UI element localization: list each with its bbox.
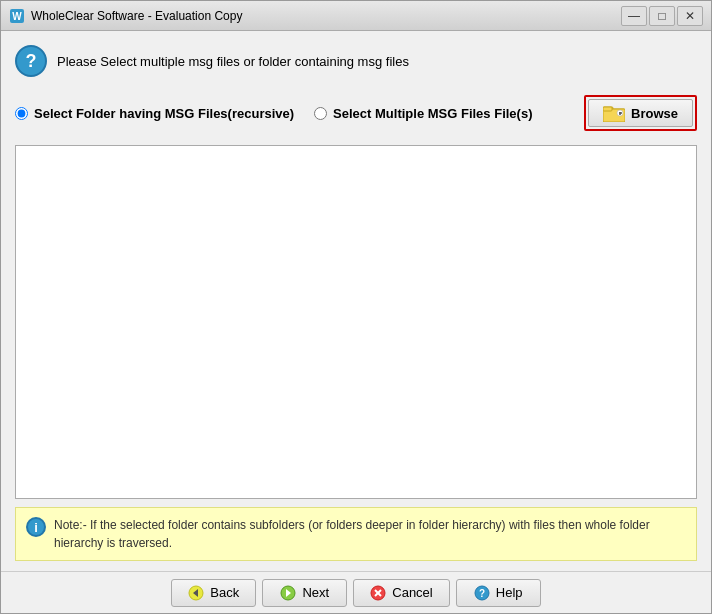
close-button[interactable]: ✕ [677,6,703,26]
help-button[interactable]: ? Help [456,579,541,607]
radio-option-files[interactable]: Select Multiple MSG Files File(s) [314,106,532,121]
browse-button[interactable]: Browse [588,99,693,127]
file-list-area[interactable] [15,145,697,499]
back-button[interactable]: Back [171,579,256,607]
svg-text:W: W [12,11,22,22]
radio-files-label: Select Multiple MSG Files File(s) [333,106,532,121]
cancel-label: Cancel [392,585,432,600]
content-area: ? Please Select multiple msg files or fo… [1,31,711,571]
cancel-button[interactable]: Cancel [353,579,449,607]
footer: Back Next Cancel ? Help [1,571,711,613]
header-info-icon: ? [15,45,47,77]
cancel-icon [370,585,386,601]
header-instruction: Please Select multiple msg files or fold… [57,54,409,69]
browse-button-wrapper: Browse [584,95,697,131]
next-label: Next [302,585,329,600]
radio-folder-input[interactable] [15,107,28,120]
note-info-icon: i [26,517,46,537]
app-icon: W [9,8,25,24]
back-icon [188,585,204,601]
note-text: Note:- If the selected folder contains s… [54,516,686,552]
next-button[interactable]: Next [262,579,347,607]
header-row: ? Please Select multiple msg files or fo… [15,41,697,81]
main-window: W WholeClear Software - Evaluation Copy … [0,0,712,614]
radio-options-row: Select Folder having MSG Files(recursive… [15,89,697,137]
radio-option-folder[interactable]: Select Folder having MSG Files(recursive… [15,106,294,121]
title-bar: W WholeClear Software - Evaluation Copy … [1,1,711,31]
help-label: Help [496,585,523,600]
help-icon: ? [474,585,490,601]
browse-label: Browse [631,106,678,121]
svg-rect-5 [603,107,612,111]
radio-files-input[interactable] [314,107,327,120]
minimize-button[interactable]: — [621,6,647,26]
window-title: WholeClear Software - Evaluation Copy [31,9,621,23]
back-label: Back [210,585,239,600]
next-icon [280,585,296,601]
maximize-button[interactable]: □ [649,6,675,26]
note-area: i Note:- If the selected folder contains… [15,507,697,561]
folder-icon [603,104,625,122]
window-controls: — □ ✕ [621,6,703,26]
radio-folder-label: Select Folder having MSG Files(recursive… [34,106,294,121]
svg-text:?: ? [479,588,485,599]
